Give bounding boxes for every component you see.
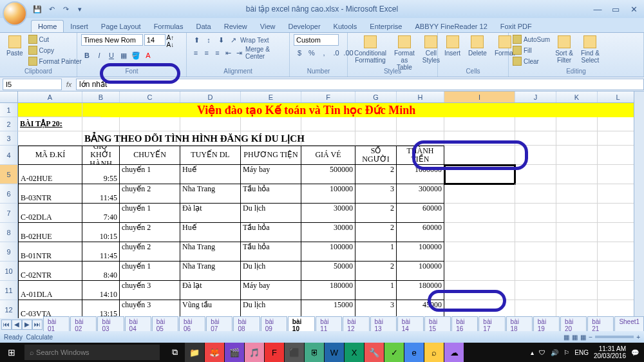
cell[interactable]: chuyến 2 (120, 223, 180, 242)
cell[interactable] (120, 117, 180, 131)
tab-developer[interactable]: Developer (281, 21, 327, 32)
tab-prev-icon[interactable]: ◀ (12, 319, 22, 330)
clear-button[interactable]: Clear (513, 56, 550, 66)
search-input[interactable]: ⌕ Search Windows (24, 345, 160, 360)
col-header[interactable]: C (120, 91, 180, 102)
cell[interactable]: Huế (180, 223, 241, 242)
col-header[interactable]: H (397, 91, 444, 102)
save-icon[interactable]: 💾 (31, 3, 44, 15)
tab-insert[interactable]: Insert (64, 21, 95, 32)
tab-abbyy[interactable]: ABBYY FineReader 12 (408, 21, 493, 32)
cell[interactable]: 100000 (397, 262, 444, 281)
cell[interactable]: 2 (355, 223, 397, 242)
cell[interactable]: 1 (355, 242, 397, 262)
cell[interactable]: C-02DLA (18, 204, 82, 223)
cell[interactable]: chuyến 1 (120, 262, 180, 281)
font-name-combo[interactable]: Times New Rom (81, 34, 143, 46)
percent-button[interactable]: % (306, 47, 317, 59)
minimize-button[interactable]: — (590, 5, 605, 14)
tab-page-layout[interactable]: Page Layout (95, 21, 147, 32)
currency-button[interactable]: $ (294, 47, 305, 59)
cell[interactable]: 180000 (397, 281, 444, 300)
cell[interactable] (556, 281, 598, 300)
align-bottom-button[interactable]: ⬇ (215, 34, 227, 46)
cell[interactable]: Tầu hỏa (241, 184, 301, 204)
cell[interactable]: Viện đào tạo Kế toán và Tin học Đức Minh (82, 103, 120, 117)
cell[interactable]: MÃ Đ.KÍ (18, 146, 82, 165)
row-header[interactable]: 7 (0, 204, 18, 223)
cell[interactable] (598, 165, 639, 184)
format-painter-button[interactable]: Format Painter (28, 56, 82, 66)
cell[interactable] (556, 223, 598, 242)
cell[interactable]: chuyến 2 (120, 184, 180, 204)
worksheet-grid[interactable]: A B C D E F G H I J K L 1Viện đào tạo Kế… (0, 91, 644, 338)
taskbar-app-icon[interactable]: 🔧 (365, 343, 384, 362)
cell[interactable] (180, 117, 241, 131)
cell[interactable] (397, 131, 444, 146)
row-header[interactable]: 8 (0, 223, 18, 242)
row-header[interactable]: 1 (0, 103, 18, 117)
redo-icon[interactable]: ↷ (59, 3, 72, 15)
tab-enterprise[interactable]: Enterprise (363, 21, 408, 32)
cell[interactable] (515, 242, 556, 262)
autosum-button[interactable]: AutoSum (513, 34, 550, 44)
col-header[interactable]: L (598, 91, 639, 102)
cell[interactable]: PHƯƠNG TIỆN (241, 146, 301, 165)
col-header[interactable]: I (444, 91, 515, 102)
cell[interactable] (444, 131, 515, 146)
font-size-combo[interactable]: 14 (144, 34, 166, 46)
cell[interactable] (515, 262, 556, 281)
notifications-icon[interactable]: 💬 (631, 349, 639, 356)
taskbar-app-icon[interactable]: F (265, 343, 284, 362)
cell[interactable]: SỐ NGƯỜI (355, 146, 397, 165)
tab-foxit[interactable]: Foxit PDF (494, 21, 538, 32)
tab-kutools[interactable]: Kutools (327, 21, 364, 32)
cell[interactable] (18, 131, 82, 146)
row-header[interactable]: 12 (0, 300, 18, 319)
taskbar-app-icon[interactable]: 📁 (185, 343, 204, 362)
cell[interactable]: chuyến 1 (120, 204, 180, 223)
cell[interactable] (444, 281, 515, 300)
cell[interactable]: BẢNG THEO DÕI TÌNH HÌNH ĐĂNG KÍ DU LỊCH (82, 131, 120, 146)
cell[interactable]: Tầu hỏa (241, 242, 301, 262)
cell[interactable]: B-03NTR (18, 184, 82, 204)
tray-icon[interactable]: 🛡 (539, 349, 545, 356)
col-header[interactable]: J (515, 91, 556, 102)
col-header[interactable]: D (180, 91, 241, 102)
tab-last-icon[interactable]: ⏭ (32, 319, 43, 330)
cell[interactable] (444, 117, 515, 131)
vertical-scrollbar[interactable] (634, 91, 644, 325)
cell[interactable]: 100000 (301, 242, 355, 262)
fill-color-button[interactable]: 🪣 (130, 50, 142, 61)
col-header[interactable]: E (241, 91, 301, 102)
cell[interactable] (556, 131, 598, 146)
qat-dropdown-icon[interactable]: ▾ (73, 3, 86, 15)
cell[interactable]: 300000 (397, 184, 444, 204)
cell[interactable] (556, 117, 598, 131)
sort-filter-button[interactable]: Sort & Filter (553, 34, 576, 65)
cell[interactable] (515, 281, 556, 300)
cell[interactable] (444, 223, 515, 242)
cell[interactable] (515, 165, 556, 184)
zoom-slider[interactable] (595, 336, 634, 338)
zoom-out-icon[interactable]: − (589, 334, 592, 341)
cell[interactable] (556, 262, 598, 281)
close-button[interactable]: ✕ (626, 5, 641, 14)
select-all-button[interactable] (0, 91, 18, 102)
cell[interactable] (82, 117, 120, 131)
cell[interactable]: 1 (355, 281, 397, 300)
row-header[interactable]: 9 (0, 242, 18, 262)
cell[interactable]: Du lịch (241, 204, 301, 223)
fx-icon[interactable]: fx (62, 81, 76, 88)
cell[interactable] (444, 242, 515, 262)
cell[interactable]: BÀI TẬP 20: (18, 117, 82, 131)
cell[interactable]: Nha Trang (180, 242, 241, 262)
cell[interactable]: chuyến 1 (120, 165, 180, 184)
cell[interactable] (515, 204, 556, 223)
conditional-formatting-button[interactable]: Conditional Formatting (352, 34, 389, 65)
cell[interactable] (397, 117, 444, 131)
taskbar-app-icon[interactable]: 🎬 (225, 343, 244, 362)
taskbar-app-icon[interactable]: ⌕ (424, 343, 444, 362)
view-normal-icon[interactable]: ▦ (564, 334, 569, 341)
taskbar-app-icon[interactable]: ☁ (444, 343, 464, 362)
